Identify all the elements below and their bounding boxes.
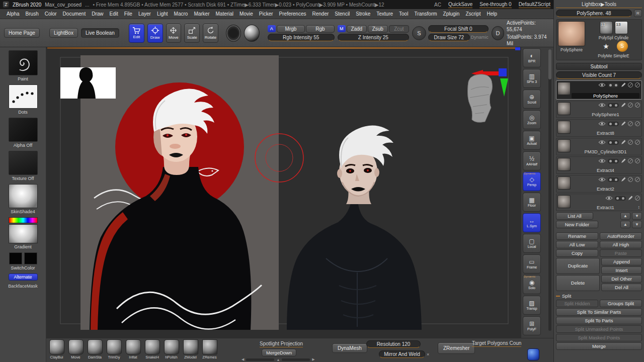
scroll-right-icon[interactable]: ▶ (312, 357, 314, 361)
split-hidden-button[interactable]: Split Hidden (556, 300, 598, 307)
rotate-mode-button[interactable]: Rotate (203, 24, 218, 43)
paint-toggle-icon[interactable] (608, 159, 619, 163)
menu-item-render[interactable]: Render (311, 10, 331, 18)
hue-strip[interactable] (9, 217, 38, 223)
brush-zmodeler[interactable]: ZModel (182, 339, 199, 359)
menu-item-macro[interactable]: Macro (173, 10, 190, 18)
paint-toggle-icon[interactable] (608, 103, 619, 108)
auto-reorder-button[interactable]: AutoReorder (600, 232, 642, 240)
brush-trimdynamic[interactable]: TrimDy (106, 339, 122, 359)
live-boolean-button[interactable]: Live Boolean (81, 28, 119, 38)
sculpt-canvas[interactable] (46, 47, 521, 338)
strip-button-bpr[interactable]: ◐ BPR (523, 48, 541, 67)
no-action-icon[interactable] (628, 140, 633, 145)
sculpt-pen-icon[interactable] (621, 82, 626, 87)
split-to-similar-parts-button[interactable]: Split To Similar Parts (556, 308, 642, 316)
visibility-eye-icon[interactable] (598, 121, 606, 126)
subtool-thumbnail[interactable] (557, 176, 571, 190)
menu-item-tool[interactable]: Tool (397, 10, 410, 18)
reorder-updown-icon[interactable]: ↕ (638, 205, 640, 210)
scroll-left-icon[interactable]: ◀ (242, 357, 244, 361)
menu-item-edit[interactable]: Edit (108, 10, 120, 18)
menu-item-alpha[interactable]: Alpha (5, 10, 21, 18)
tray-scrollbar[interactable] (548, 49, 551, 331)
visibility-eye-icon[interactable] (598, 177, 606, 182)
no-action-icon[interactable] (628, 158, 633, 163)
tool-slot-polysphere[interactable]: 13 (600, 21, 613, 34)
brush-move[interactable]: Move (67, 339, 84, 359)
brush-claybuildup[interactable]: ClayBui (48, 339, 65, 359)
sculpt-pen-icon[interactable] (621, 140, 626, 145)
subtool-down-button[interactable]: ▼ (632, 212, 642, 220)
menu-item-movie[interactable]: Movie (238, 10, 255, 18)
menu-item-color[interactable]: Color (43, 10, 58, 18)
alternate-button[interactable]: Alternate (9, 274, 38, 281)
menu-item-help[interactable]: Help (485, 10, 499, 18)
strip-button-frame[interactable]: ▭ Frame (523, 254, 541, 274)
subtool-thumbnail[interactable] (557, 195, 571, 208)
menu-item-zscript[interactable]: Zscript (464, 10, 482, 18)
strip-button-actual[interactable]: ▣ Actual (523, 131, 541, 150)
subtool-row[interactable]: PolySphere (556, 80, 642, 100)
canvas-mini-scrollbar[interactable]: ◀ ▲ ▶ (242, 357, 315, 361)
strip-button-floor[interactable]: ▦ Floor (523, 193, 541, 212)
paint-toggle-icon[interactable] (608, 177, 619, 182)
copy-button[interactable]: Copy (556, 249, 598, 257)
r-restore-button[interactable]: R (634, 10, 642, 17)
rename-button[interactable]: Rename (556, 232, 598, 240)
move-mode-button[interactable]: Move (166, 24, 182, 43)
subtool-thumbnail[interactable] (557, 82, 571, 95)
zremesher-button[interactable]: ZRemesher (438, 342, 475, 354)
brush-hpolish[interactable]: hPolish (163, 339, 180, 359)
document-scroll-indicator[interactable] (47, 47, 515, 49)
menu-item-transform[interactable]: Transform (413, 10, 438, 18)
menu-item-stroke[interactable]: Stroke (354, 10, 372, 18)
menu-item-stencil[interactable]: Stencil (333, 10, 351, 18)
merge-down-button[interactable]: MergeDown (262, 349, 296, 356)
paint-brush-button[interactable]: Paint (9, 50, 38, 81)
menu-item-layer[interactable]: Layer (137, 10, 152, 18)
groups-split-button[interactable]: Groups Split (600, 300, 642, 307)
no-action-icon[interactable] (628, 177, 633, 182)
scale-mode-button[interactable]: Scale (184, 24, 200, 43)
menu-item-picker[interactable]: Picker (258, 10, 275, 18)
insert-button[interactable]: Insert (601, 266, 642, 274)
subtool-thumbnail[interactable] (557, 102, 571, 115)
menu-item-zplugin[interactable]: Zplugin (442, 10, 461, 18)
subtool-row[interactable]: PM3D_Cylinder3D1 (556, 138, 642, 155)
subtool-section-header[interactable]: Subtool (556, 63, 642, 70)
list-all-button[interactable]: List All (556, 212, 593, 220)
no-action-icon[interactable] (635, 103, 640, 108)
subtool-row[interactable]: Extract4 (556, 156, 642, 174)
sculpt-pen-icon[interactable] (621, 177, 626, 182)
strip-button-lsym[interactable]: ↔ L.Sym (523, 213, 541, 232)
lightbox-button[interactable]: LightBox (49, 28, 78, 38)
target-polygons-slider[interactable]: Target Polygons Coun (472, 340, 521, 347)
visibility-eye-icon[interactable] (598, 82, 606, 87)
strip-button-aahalf[interactable]: ½ AAHalf (523, 151, 541, 170)
all-low-button[interactable]: All Low (556, 241, 598, 248)
quicksave-button[interactable]: QuickSave (448, 2, 472, 8)
stroke-s-icon[interactable]: S (412, 26, 426, 40)
new-folder-button[interactable]: New Folder (556, 221, 598, 228)
del-other-button[interactable]: Del Other (601, 275, 642, 283)
append-button[interactable]: Append (601, 258, 642, 265)
strip-button-spix[interactable]: ▥ SPix 3 (523, 69, 541, 88)
split-unmasked-points-button[interactable]: Split Unmasked Points (556, 325, 642, 333)
no-action-icon[interactable] (635, 121, 640, 126)
paint-toggle-icon[interactable] (608, 140, 619, 145)
rgb-intensity-slider[interactable]: Rgb Intensity 55 (268, 34, 335, 41)
stroke-dots-button[interactable]: Dots (9, 84, 38, 115)
subtool-row[interactable]: PolySphere1 (556, 101, 642, 118)
subtool-thumbnail[interactable] (557, 158, 571, 171)
current-brush-icon[interactable] (226, 25, 241, 42)
split-masked-points-button[interactable]: Split Masked Points (556, 334, 642, 341)
focal-shift-slider[interactable]: Focal Shift 0 (428, 25, 489, 33)
paint-toggle-icon[interactable] (608, 122, 619, 126)
strip-button-solo[interactable]: Dynamic ◉ Solo (523, 275, 541, 294)
mirror-and-weld-button[interactable]: Mirror And Weld (379, 350, 425, 358)
default-zscript-button[interactable]: DefaultZScript (519, 2, 550, 8)
paint-toggle-icon[interactable] (615, 196, 626, 201)
dynamesh-button[interactable]: DynaMesh (332, 343, 367, 353)
sculpt-pen-icon[interactable] (628, 196, 633, 201)
